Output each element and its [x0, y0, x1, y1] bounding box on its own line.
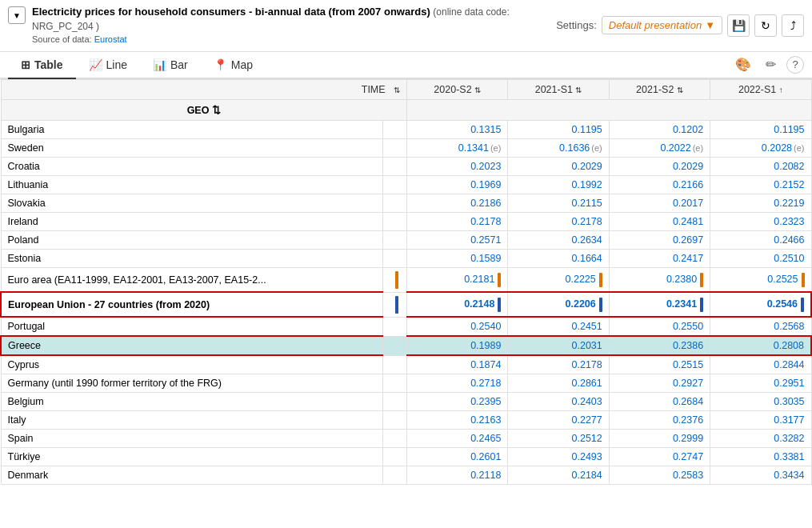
tab-line[interactable]: 📈 Line	[76, 52, 140, 79]
tab-table[interactable]: ⊞ Table	[8, 52, 76, 79]
col-2021s2[interactable]: 2021-S2 ⇅	[609, 79, 710, 99]
value-cell: 0.1664	[508, 249, 609, 267]
value-cell: 0.2718	[407, 374, 508, 393]
value-cell: 0.1202	[609, 120, 710, 138]
val-bar-indicator	[498, 273, 501, 287]
value-cell: 0.1589	[407, 249, 508, 267]
table-container: TIME ⇅ 2020-S2 ⇅ 2021-S1 ⇅ 2021-S2 ⇅ 202…	[0, 79, 812, 486]
value-cell: 0.2466	[710, 230, 811, 249]
value-cell: 0.2225	[508, 267, 609, 292]
column-header-row: TIME ⇅ 2020-S2 ⇅ 2021-S1 ⇅ 2021-S2 ⇅ 202…	[1, 79, 811, 99]
value-cell: 0.2118	[407, 466, 508, 485]
table-row: Ireland0.21780.21780.24810.2323	[1, 212, 811, 230]
value-cell: 0.2115	[508, 194, 609, 212]
col-2021s1[interactable]: 2021-S1 ⇅	[508, 79, 609, 99]
value-cell: 0.2277	[508, 411, 609, 430]
value-cell: 0.2403	[508, 393, 609, 411]
value-cell: 0.2029	[508, 157, 609, 175]
value-cell: 0.1341(e)	[407, 138, 508, 157]
time-header[interactable]: TIME ⇅	[1, 79, 407, 99]
value-cell: 0.2493	[508, 448, 609, 466]
geo-header[interactable]: GEO ⇅	[1, 99, 407, 120]
refresh-button[interactable]: ↻	[754, 14, 777, 37]
geo-cell: Poland	[1, 230, 383, 249]
value-cell: 0.2540	[407, 317, 508, 336]
table-row: Sweden0.1341(e)0.1636(e)0.2022(e)0.2028(…	[1, 138, 811, 157]
estimate-flag: (e)	[591, 143, 602, 153]
flag-cell	[383, 194, 407, 212]
help-button[interactable]: ?	[786, 56, 804, 74]
header-left: ▼ Electricity prices for household consu…	[8, 5, 556, 46]
value-cell: 0.2546	[710, 292, 811, 317]
value-cell: 0.2376	[609, 411, 710, 430]
geo-cell: Cyprus	[1, 355, 383, 374]
geo-cell: Croatia	[1, 157, 383, 175]
share-button[interactable]: ⤴	[782, 14, 804, 37]
value-cell: 0.2951	[710, 374, 811, 393]
value-cell: 0.2512	[508, 430, 609, 448]
val-bar-indicator	[700, 298, 703, 312]
table-row: Estonia0.15890.16640.24170.2510	[1, 249, 811, 267]
col-2022s1[interactable]: 2022-S1 ↑	[710, 79, 811, 99]
tab-bar[interactable]: 📊 Bar	[140, 52, 201, 79]
value-cell: 0.2525	[710, 267, 811, 292]
value-cell: 0.2184	[508, 466, 609, 485]
value-cell: 0.2148	[407, 292, 508, 317]
table-row: Germany (until 1990 former territory of …	[1, 374, 811, 393]
flag-cell	[383, 448, 407, 466]
value-cell: 0.2417	[609, 249, 710, 267]
geo-cell: Slovakia	[1, 194, 383, 212]
value-cell: 0.2747	[609, 448, 710, 466]
palette-button[interactable]: 🎨	[732, 54, 754, 76]
table-row: Spain0.24650.25120.29990.3282	[1, 430, 811, 448]
value-cell: 0.3434	[710, 466, 811, 485]
table-row: European Union - 27 countries (from 2020…	[1, 292, 811, 317]
source-link[interactable]: Eurostat	[94, 34, 127, 44]
source-label: Source of data:	[32, 34, 92, 44]
value-cell: 0.1315	[407, 120, 508, 138]
geo-cell: Denmark	[1, 466, 383, 485]
value-cell: 0.2029	[609, 157, 710, 175]
value-cell: 0.2451	[508, 317, 609, 336]
tab-bar-label: Bar	[170, 58, 188, 71]
value-cell: 0.1992	[508, 175, 609, 194]
collapse-button[interactable]: ▼	[8, 6, 26, 24]
value-cell: 0.2022(e)	[609, 138, 710, 157]
value-cell: 0.2219	[710, 194, 811, 212]
value-cell: 0.2341	[609, 292, 710, 317]
value-cell: 0.3282	[710, 430, 811, 448]
flag-cell	[383, 355, 407, 374]
value-cell: 0.2186	[407, 194, 508, 212]
tab-table-label: Table	[34, 58, 63, 71]
value-cell: 0.2163	[407, 411, 508, 430]
value-cell: 0.2481	[609, 212, 710, 230]
map-icon: 📍	[214, 58, 227, 71]
bar-indicator	[395, 271, 398, 289]
table-row: Cyprus0.18740.21780.25150.2844	[1, 355, 811, 374]
geo-cell: Estonia	[1, 249, 383, 267]
value-cell: 0.2181	[407, 267, 508, 292]
geo-cell: Italy	[1, 411, 383, 430]
value-cell: 0.2178	[508, 212, 609, 230]
table-row: Denmark0.21180.21840.25830.3434	[1, 466, 811, 485]
table-row: Italy0.21630.22770.23760.3177	[1, 411, 811, 430]
table-icon: ⊞	[21, 58, 30, 71]
col-2020s2[interactable]: 2020-S2 ⇅	[407, 79, 508, 99]
table-row: Euro area (EA11-1999, EA12-2001, EA13-20…	[1, 267, 811, 292]
table-row: Greece0.19890.20310.23860.2808	[1, 336, 811, 355]
val-bar-indicator	[599, 298, 602, 312]
value-cell: 0.1969	[407, 175, 508, 194]
save-button[interactable]: 💾	[727, 14, 750, 37]
value-cell: 0.2152	[710, 175, 811, 194]
nav-right-icons: 🎨 ✏ ?	[732, 54, 804, 76]
estimate-flag: (e)	[693, 143, 703, 153]
geo-cell: Lithuania	[1, 175, 383, 194]
pencil-button[interactable]: ✏	[759, 54, 782, 76]
presentation-dropdown[interactable]: Default presentation ▼	[602, 16, 722, 34]
value-cell: 0.2601	[407, 448, 508, 466]
value-cell: 0.2395	[407, 393, 508, 411]
value-cell: 0.2166	[609, 175, 710, 194]
geo-cell: Ireland	[1, 212, 383, 230]
tab-map[interactable]: 📍 Map	[201, 52, 266, 79]
table-row: Bulgaria0.13150.11950.12020.1195	[1, 120, 811, 138]
